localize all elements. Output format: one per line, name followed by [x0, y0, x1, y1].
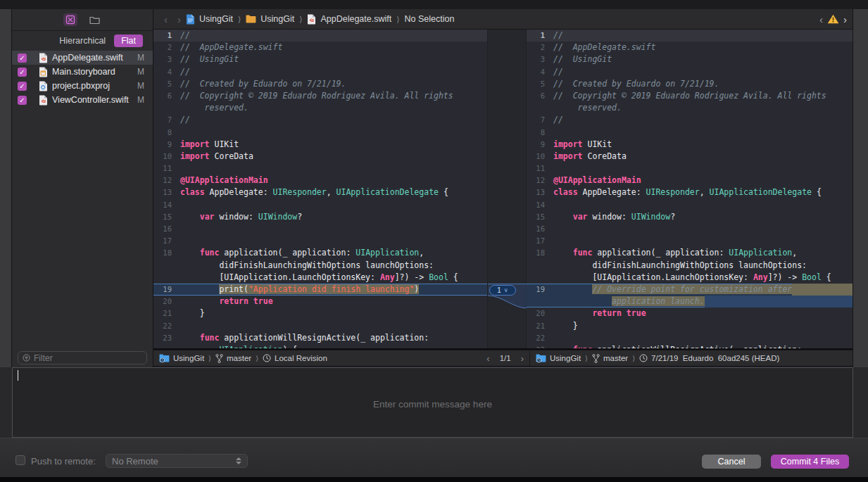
line-number: 2 [527, 42, 545, 53]
line-number: 13 [153, 186, 172, 198]
line-number: 7 [153, 114, 172, 126]
code-line: 1// [153, 30, 487, 42]
line-number: 17 [153, 235, 172, 247]
code-line: 21 } [153, 307, 487, 319]
current-revision-editor[interactable]: 1//2// AppDelegate.swift3// UsingGit4//5… [153, 30, 487, 348]
folder-clock-icon [159, 354, 170, 363]
line-number [153, 260, 172, 272]
line-number: 12 [527, 175, 545, 186]
changed-file-list: ✓AppDelegate.swiftM✓Main.storyboardM✓pro… [12, 51, 153, 107]
jumpbar-separator-icon: ⟩ [208, 355, 211, 362]
breadcrumb-item[interactable]: UsingGit [186, 14, 233, 25]
change-count-pill[interactable]: 1 ∨ [489, 285, 516, 296]
include-file-checkbox[interactable]: ✓ [18, 82, 27, 91]
breadcrumb-item[interactable]: UsingGit [246, 14, 294, 24]
include-file-checkbox[interactable]: ✓ [18, 96, 27, 105]
jumpbar-label: master [227, 354, 251, 362]
line-number: 18 [527, 247, 545, 259]
left-revision-bar: UsingGit⟩master⟩Local Revision ‹ 1/1 › [153, 350, 529, 366]
code-line: 10import CoreData [153, 151, 487, 163]
code-line: 22 [153, 320, 487, 332]
line-number [527, 296, 545, 307]
line-number: 10 [527, 151, 545, 163]
commit-message-input[interactable]: Enter commit message here [12, 367, 853, 438]
pager-prev-icon[interactable]: ‹ [486, 353, 489, 364]
filter-bar: Filter [12, 348, 153, 367]
previous-revision-editor[interactable]: 1//2// AppDelegate.swift3// UsingGit4//5… [527, 30, 853, 348]
source-control-changes-icon[interactable] [63, 13, 77, 26]
jumpbar-segment[interactable]: 7/21/19 Eduardo 60ad245 (HEAD) [639, 354, 779, 362]
jumpbar-segment[interactable]: Local Revision [263, 354, 327, 362]
nav-forward-icon[interactable]: › [172, 13, 186, 25]
code-line: 17 [527, 235, 853, 247]
line-number [153, 102, 172, 114]
code-line: 2// AppDelegate.swift [153, 42, 487, 53]
code-line: 21 } [527, 320, 853, 332]
warning-icon[interactable] [827, 14, 839, 24]
nav-back-icon[interactable]: ‹ [159, 13, 172, 25]
code-line: reserved. [527, 102, 853, 114]
file-list-mode-toggle: Hierarchical Flat [12, 31, 153, 50]
jumpbar-segment[interactable]: master [592, 354, 628, 363]
file-name: AppDelegate.swift [52, 53, 137, 63]
jumpbar-separator-icon: ⟩ [632, 355, 635, 362]
breadcrumb-items: UsingGit⟩UsingGit⟩AppDelegate.swift⟩No S… [186, 14, 454, 25]
code-line: 17 [153, 235, 487, 247]
line-number: 6 [153, 90, 172, 102]
next-issue-icon[interactable]: › [843, 13, 847, 25]
breadcrumb-item[interactable]: No Selection [405, 14, 455, 24]
line-number: 8 [153, 127, 172, 139]
cancel-button[interactable]: Cancel [702, 455, 761, 469]
jumpbar-segment[interactable]: UsingGit [536, 354, 581, 363]
include-file-checkbox[interactable]: ✓ [18, 68, 27, 77]
file-row[interactable]: ✓project.pbxprojM [12, 79, 153, 93]
code-line: 13class AppDelegate: UIResponder, UIAppl… [153, 186, 487, 198]
jumpbar-segment[interactable]: master [215, 354, 251, 363]
commit-placeholder: Enter commit message here [13, 399, 853, 410]
issue-navigator-cluster: ‹ › [819, 13, 847, 25]
toggle-hierarchical[interactable]: Hierarchical [59, 36, 106, 46]
code-line: application launch. [527, 296, 853, 307]
code-line: 7// [153, 114, 487, 126]
prev-issue-icon[interactable]: ‹ [819, 13, 823, 25]
right-revision-bar: UsingGit⟩master⟩7/21/19 Eduardo 60ad245 … [529, 350, 853, 366]
changed-files-sidebar: Hierarchical Flat ✓AppDelegate.swiftM✓Ma… [12, 9, 153, 367]
line-number: 20 [153, 296, 172, 307]
revision-jump-bars: UsingGit⟩master⟩Local Revision ‹ 1/1 › U… [153, 350, 853, 367]
push-to-remote-checkbox[interactable] [15, 455, 25, 465]
file-row[interactable]: ✓Main.storyboardM [12, 65, 153, 79]
left-revision-path: UsingGit⟩master⟩Local Revision [159, 354, 327, 363]
line-number: 23 [153, 332, 172, 344]
jumpbar-label: master [603, 354, 628, 362]
diff-highlight-fill [792, 284, 853, 296]
code-line: 15 var window: UIWindow? [527, 211, 853, 223]
folder-clock-icon [536, 354, 546, 363]
line-number [527, 260, 545, 272]
code-line: 12@UIApplicationMain [527, 175, 853, 186]
right-revision-path: UsingGit⟩master⟩7/21/19 Eduardo 60ad245 … [536, 354, 779, 363]
commit-button[interactable]: Commit 4 Files [771, 455, 849, 469]
include-file-checkbox[interactable]: ✓ [18, 53, 27, 63]
pager-next-icon[interactable]: › [521, 353, 524, 364]
jumpbar-segment[interactable]: UsingGit [159, 354, 204, 363]
code-line: 10import CoreData [527, 151, 853, 163]
folder-view-icon[interactable] [87, 13, 101, 26]
remote-select[interactable]: No Remote [106, 454, 248, 468]
jumpbar-label: UsingGit [173, 354, 204, 362]
line-number: 14 [153, 199, 172, 211]
filter-input[interactable]: Filter [18, 351, 147, 364]
file-row[interactable]: ✓AppDelegate.swiftM [12, 51, 153, 65]
jumpbar-separator-icon: ⟩ [256, 355, 258, 362]
code-line: 2// AppDelegate.swift [527, 42, 853, 53]
toggle-flat[interactable]: Flat [114, 34, 143, 47]
diff-gutter: 1 ∨ [487, 30, 527, 348]
breadcrumb-label: AppDelegate.swift [320, 14, 391, 24]
breadcrumb-label: No Selection [405, 14, 455, 24]
breadcrumb-item[interactable]: AppDelegate.swift [307, 14, 391, 25]
code-line: 20 return true [527, 307, 853, 319]
project-icon [186, 14, 195, 25]
file-row[interactable]: ✓ViewController.swiftM [12, 93, 153, 107]
file-status-badge: M [137, 95, 147, 105]
code-line: 7// [527, 114, 853, 126]
code-line: 19 // Override point for customization a… [527, 284, 853, 296]
